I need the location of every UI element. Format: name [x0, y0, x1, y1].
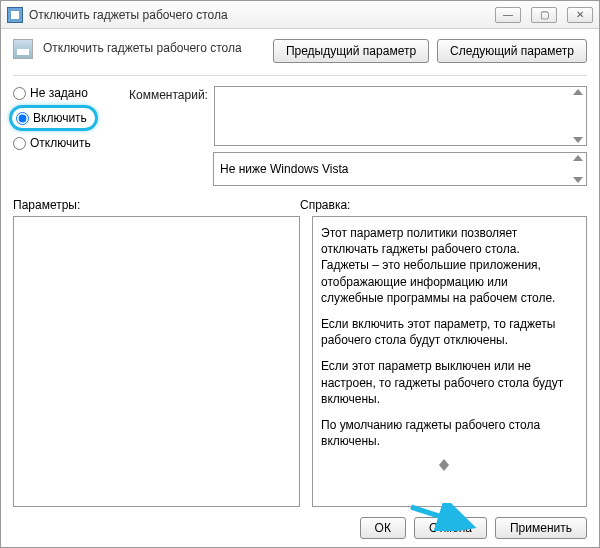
window-title: Отключить гаджеты рабочего стола: [29, 8, 495, 22]
comment-column: Комментарий: Не ниже Windows Vista: [129, 86, 587, 186]
nav-buttons: Предыдущий параметр Следующий параметр: [273, 39, 587, 63]
radio-enabled-label: Включить: [33, 111, 87, 125]
help-paragraph: Если включить этот параметр, то гаджеты …: [321, 316, 566, 348]
divider: [13, 75, 587, 76]
maximize-button[interactable]: ▢: [531, 7, 557, 23]
scrollbar[interactable]: [572, 155, 584, 183]
scrollbar[interactable]: [321, 459, 566, 471]
highlight-enabled: Включить: [9, 105, 98, 131]
radio-disabled[interactable]: Отключить: [13, 136, 123, 150]
help-paragraph: По умолчанию гаджеты рабочего стола вклю…: [321, 417, 566, 449]
scroll-down-icon: [573, 137, 583, 143]
scrollbar[interactable]: [572, 89, 584, 143]
radio-not-configured[interactable]: Не задано: [13, 86, 123, 100]
scroll-down-icon: [573, 177, 583, 183]
comment-label: Комментарий:: [129, 86, 208, 144]
window-buttons: — ▢ ✕: [495, 7, 593, 23]
radio-enabled-input[interactable]: [16, 112, 29, 125]
policy-icon: [7, 7, 23, 23]
titlebar[interactable]: Отключить гаджеты рабочего стола — ▢ ✕: [1, 1, 599, 29]
section-labels: Параметры: Справка:: [13, 198, 587, 212]
config-row: Не задано Включить Отключить Комментарий…: [13, 86, 587, 186]
dialog-window: Отключить гаджеты рабочего стола — ▢ ✕ О…: [0, 0, 600, 548]
panes: Этот параметр политики позволяет отключа…: [13, 216, 587, 507]
help-label: Справка:: [300, 198, 587, 212]
supported-on-value: Не ниже Windows Vista: [220, 162, 349, 176]
params-pane[interactable]: [13, 216, 300, 507]
radio-disabled-label: Отключить: [30, 136, 91, 150]
scroll-up-icon: [573, 155, 583, 161]
scroll-up-icon: [573, 89, 583, 95]
supported-on-box[interactable]: Не ниже Windows Vista: [213, 152, 587, 186]
cancel-button[interactable]: Отмена: [414, 517, 487, 539]
scroll-down-icon: [439, 465, 449, 471]
radio-disabled-input[interactable]: [13, 137, 26, 150]
policy-header-icon: [13, 39, 33, 59]
radio-not-configured-input[interactable]: [13, 87, 26, 100]
policy-title: Отключить гаджеты рабочего стола: [43, 39, 263, 55]
client-area: Отключить гаджеты рабочего стола Предыду…: [1, 29, 599, 547]
radio-enabled[interactable]: Включить: [16, 111, 87, 125]
params-label: Параметры:: [13, 198, 300, 212]
minimize-button[interactable]: —: [495, 7, 521, 23]
previous-setting-button[interactable]: Предыдущий параметр: [273, 39, 429, 63]
help-paragraph: Этот параметр политики позволяет отключа…: [321, 225, 566, 306]
ok-button[interactable]: ОК: [360, 517, 406, 539]
close-button[interactable]: ✕: [567, 7, 593, 23]
footer: ОК Отмена Применить: [13, 507, 587, 539]
header-row: Отключить гаджеты рабочего стола Предыду…: [13, 39, 587, 63]
state-radios: Не задано Включить Отключить: [13, 86, 123, 186]
next-setting-button[interactable]: Следующий параметр: [437, 39, 587, 63]
apply-button[interactable]: Применить: [495, 517, 587, 539]
help-pane[interactable]: Этот параметр политики позволяет отключа…: [312, 216, 587, 507]
radio-not-configured-label: Не задано: [30, 86, 88, 100]
help-paragraph: Если этот параметр выключен или не настр…: [321, 358, 566, 407]
comment-textarea[interactable]: [214, 86, 587, 146]
